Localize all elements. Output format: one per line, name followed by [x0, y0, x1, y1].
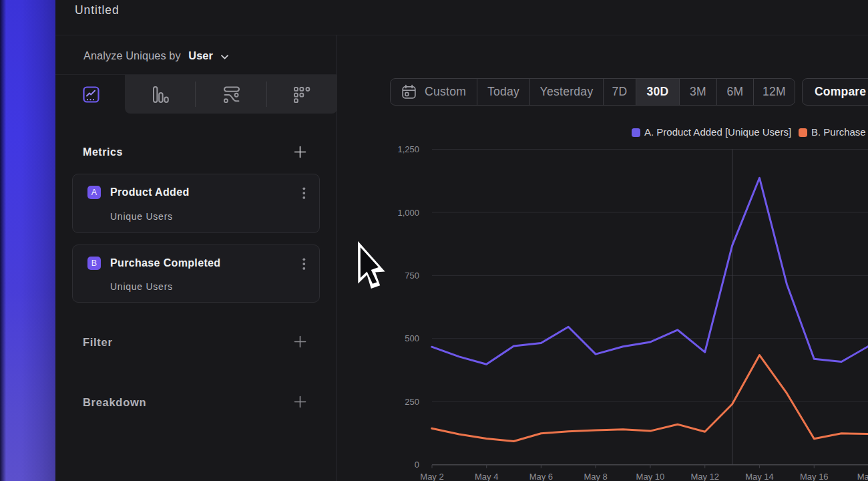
svg-text:250: 250 — [405, 397, 419, 407]
svg-text:750: 750 — [405, 271, 419, 281]
svg-text:1,250: 1,250 — [397, 144, 419, 154]
svg-text:May 8: May 8 — [584, 472, 607, 481]
svg-text:May 12: May 12 — [690, 472, 719, 481]
svg-text:1,000: 1,000 — [397, 208, 419, 218]
svg-text:500: 500 — [405, 333, 419, 343]
svg-text:May 6: May 6 — [529, 472, 553, 481]
svg-text:May 14: May 14 — [745, 472, 774, 481]
svg-text:0: 0 — [415, 460, 419, 470]
svg-text:May: May — [857, 472, 868, 481]
svg-text:May 4: May 4 — [475, 472, 498, 481]
svg-text:May 10: May 10 — [636, 472, 665, 481]
svg-text:May 2: May 2 — [420, 472, 443, 481]
svg-text:May 16: May 16 — [800, 472, 829, 481]
